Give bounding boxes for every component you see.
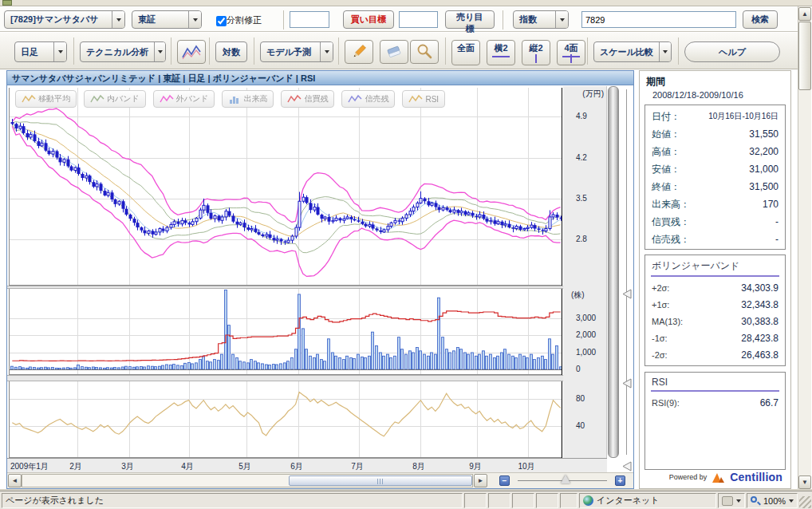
layout-deco-icon	[562, 54, 581, 63]
zoom-out-button[interactable]: −	[499, 475, 510, 486]
period-value: 2008/12/18-2009/10/16	[640, 89, 790, 100]
legend-button-外バンド[interactable]: 外バンド	[153, 90, 215, 108]
chevron-down-icon[interactable]	[789, 499, 794, 503]
buy-target-input[interactable]	[290, 11, 329, 28]
zoom-magnifier-icon	[751, 496, 760, 506]
quote-label: 安値：	[652, 163, 680, 176]
zoom-in-button[interactable]: +	[615, 475, 625, 486]
rsi-scale-slider-handle[interactable]	[621, 461, 632, 472]
price-scale-slider-handle[interactable]	[621, 289, 632, 299]
quote-row: 信買残：-	[645, 213, 785, 231]
quote-row: 安値：31,000	[645, 160, 785, 178]
purple-rule	[651, 275, 779, 277]
powered-by-label: Powered by	[669, 473, 708, 481]
line-icon	[22, 94, 36, 104]
split-adjust-checkbox[interactable]	[216, 16, 227, 26]
volume-scale-slider-handle[interactable]	[621, 378, 632, 389]
browser-zoom-cell[interactable]: 100%	[747, 493, 798, 508]
technical-analysis-select[interactable]: テクニカル分析	[80, 41, 166, 62]
legend-button-出来高[interactable]: 出来高	[222, 90, 274, 108]
indicator-value: 32,343.8	[741, 299, 778, 310]
pane-divider[interactable]	[7, 286, 607, 289]
legend-button-信買残[interactable]: 信買残	[281, 90, 334, 108]
time-axis-label: 10月	[518, 461, 534, 472]
buy-target-button[interactable]: 買い目標	[343, 10, 394, 29]
log-scale-button[interactable]: 対数	[215, 41, 247, 62]
zoom-tool-button[interactable]	[410, 40, 439, 64]
quote-label: 信買残：	[652, 215, 690, 229]
sell-target-button[interactable]: 売り目標	[445, 10, 495, 29]
line-icon	[408, 94, 423, 104]
protected-mode-cell[interactable]	[718, 493, 745, 508]
scroll-up-button[interactable]: ▲	[798, 7, 811, 21]
search-input[interactable]	[581, 11, 736, 28]
axis-tick-label: 3.5	[576, 194, 587, 203]
chevron-down-icon[interactable]	[154, 42, 165, 61]
rsi-chart-canvas[interactable]	[9, 381, 562, 458]
legend-button-移動平均[interactable]: 移動平均	[15, 90, 77, 108]
zone-cell: インターネット	[579, 493, 716, 508]
split-adjust-label: 分割修正	[227, 14, 262, 26]
divider	[73, 37, 74, 65]
layout-button-全面[interactable]: 全面	[451, 40, 480, 65]
indicator-value: 34,303.9	[741, 282, 778, 294]
legend-button-RSI[interactable]: RSI	[402, 90, 445, 108]
chevron-down-icon[interactable]	[320, 42, 333, 61]
divider	[338, 37, 339, 65]
model-forecast-select[interactable]: モデル予測	[260, 41, 333, 62]
vertical-scrollbar[interactable]: ▲ ▼	[798, 6, 811, 490]
chevron-down-icon[interactable]	[112, 11, 124, 28]
volume-bars-icon	[228, 94, 241, 104]
symbol-select[interactable]: [7829]サマンサタバサ	[4, 10, 125, 29]
scrollbar-track[interactable]	[22, 474, 473, 487]
search-button[interactable]: 検索	[743, 10, 778, 29]
pane-divider[interactable]	[7, 375, 607, 381]
scale-compare-select[interactable]: スケール比較	[593, 41, 672, 62]
chart-type-button[interactable]	[177, 40, 206, 64]
chevron-down-icon[interactable]	[659, 42, 671, 61]
chevron-down-icon[interactable]	[188, 11, 201, 28]
scrollbar-thumb[interactable]	[289, 475, 472, 486]
price-chart-canvas[interactable]	[9, 88, 562, 286]
help-button[interactable]: ヘルプ	[684, 41, 780, 62]
indicator-label: +2σ:	[652, 283, 669, 293]
quote-label: 信売残：	[652, 233, 690, 247]
period-select[interactable]: 日足	[14, 41, 67, 62]
vertical-pan-bar[interactable]	[608, 86, 619, 458]
quote-row: 日付：10月16日-10月16日	[645, 108, 785, 125]
layout-deco-icon	[456, 54, 475, 63]
sell-target-input[interactable]	[399, 11, 438, 28]
line-icon	[348, 94, 362, 104]
browser-chrome-fragment	[0, 0, 812, 6]
zoom-slider-handle[interactable]	[561, 475, 570, 483]
chevron-down-icon[interactable]	[53, 42, 66, 61]
quote-value: -	[775, 234, 778, 245]
axis-tick-label: 3,000	[576, 314, 596, 322]
draw-pencil-button[interactable]	[345, 40, 373, 64]
scroll-left-button[interactable]: ◄	[8, 474, 22, 487]
model-forecast-label: モデル予測	[261, 42, 320, 61]
index-select[interactable]: 指数	[513, 10, 569, 29]
market-select[interactable]: 東証	[132, 10, 202, 29]
scroll-right-button[interactable]: ►	[474, 474, 487, 487]
resize-grip[interactable]	[799, 496, 811, 508]
indicator-value: 28,423.8	[741, 333, 778, 344]
quote-label: 終値：	[652, 180, 680, 194]
legend-label: 外バンド	[176, 93, 209, 105]
axis-tick-label: 40	[576, 421, 585, 430]
indicator-label: MA(13):	[652, 317, 683, 326]
eraser-button[interactable]	[380, 40, 408, 64]
layout-button-4面[interactable]: 4面	[557, 40, 585, 65]
scroll-down-button[interactable]: ▼	[798, 475, 811, 489]
vscrollbar-thumb[interactable]	[798, 22, 811, 90]
legend-button-内バンド[interactable]: 内バンド	[84, 90, 146, 108]
legend-button-信売残[interactable]: 信売残	[341, 90, 395, 108]
chevron-down-icon[interactable]	[736, 499, 741, 503]
volume-chart-canvas[interactable]	[9, 289, 562, 375]
indicator-row: MA(13):30,383.8	[645, 313, 785, 329]
layout-button-縦2[interactable]: 縦2	[522, 40, 550, 65]
axis-tick-label: 4.9	[576, 112, 587, 120]
layout-button-横2[interactable]: 横2	[487, 40, 515, 65]
chevron-down-icon[interactable]	[555, 11, 568, 28]
line-icon	[160, 94, 174, 104]
